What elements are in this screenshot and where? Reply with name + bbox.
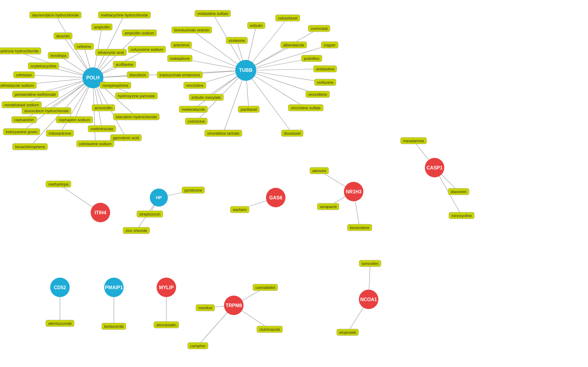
drug-label-podofilox: podofilox xyxy=(301,55,322,62)
drug-label-ixabepilone: ixabepilone xyxy=(167,55,192,62)
drug-label-methyldopa: methyldopa xyxy=(46,181,71,188)
drug-label-etoposide: etoposide xyxy=(337,329,359,336)
drug-label-mebendazole: mebendazole xyxy=(179,106,208,113)
drug-label-amoxicillin: amoxicillin xyxy=(92,104,115,111)
drug-label-zinc_chloride: zinc chloride xyxy=(123,227,150,234)
drug-label-verapamil: verapamil xyxy=(317,203,339,210)
drug-label-cannabidiol: cannabidiol xyxy=(253,284,278,291)
drug-label-albendazole: albendazole xyxy=(281,42,307,48)
drug-label-hexachlorophene: hexachlorophene xyxy=(12,143,48,150)
drug-label-vinflunine: vinflunine xyxy=(314,79,336,86)
drug-label-atorvastatin: atorvastatin xyxy=(153,321,179,328)
drug-label-vinorelbine: vinorelbine xyxy=(306,91,330,98)
drug-label-methotrexate: methotrexate xyxy=(88,125,116,132)
protein-node-cd52[interactable]: CD52 xyxy=(50,278,70,297)
drug-label-ethacrynic_acid: ethacrynic acid xyxy=(95,49,127,56)
drug-label-mitoxantrone: mitoxantrone xyxy=(46,130,74,137)
drug-label-bortezomib: bortezomib xyxy=(102,323,126,330)
drug-label-cefotetan: cefotetan xyxy=(13,72,35,78)
drug-label-idarubicin: idarubicin xyxy=(127,72,149,78)
drug-label-vincristine_sulfate: vincristine sulfate xyxy=(288,104,323,111)
drug-label-indocyanine_green: indocyanine green xyxy=(3,128,40,135)
drug-label-ampicillin_sodium: ampicillin sodium xyxy=(122,30,157,37)
drug-label-warfarin: warfarin xyxy=(230,206,249,213)
protein-node-gas6[interactable]: GAS6 xyxy=(266,188,286,207)
drug-label-clotrimazole: clotrimazole xyxy=(257,326,283,333)
drug-label-cefmetazole_sodium: cefmetazole sodium xyxy=(0,82,37,89)
drug-label-diacerein: diacerein xyxy=(448,188,469,195)
drug-label-paclitaxel: paclitaxel xyxy=(238,106,260,113)
protein-node-itih4[interactable]: ITIH4 xyxy=(91,203,110,222)
drug-label-cephalothin: cephalothin xyxy=(11,116,37,123)
drug-label-cefotaxime_sodium: cefotaxime sodium xyxy=(76,140,114,147)
drug-label-cephapirin_sodium: cephapirin sodium xyxy=(56,116,93,123)
drug-label-daunorubicin_hydrochloride: daunorubicin hydrochloride xyxy=(29,12,82,19)
drug-label-cefixime: cefixime xyxy=(74,43,94,50)
drug-label-streptozocin: streptozocin xyxy=(137,211,163,218)
protein-node-hp[interactable]: HP xyxy=(150,189,168,207)
drug-label-pyridoxine: pyridoxine xyxy=(182,187,205,194)
drug-label-norepinephrine: norepinephrine xyxy=(100,82,131,89)
drug-label-vincristine: vincristine xyxy=(183,82,206,89)
drug-label-mesalamine: mesalamine xyxy=(400,137,427,144)
drug-label-vinblastine_sulfate: vinblastine sulfate xyxy=(195,10,231,17)
drug-label-ampicillin: ampicillin xyxy=(91,24,112,31)
drug-label-camphor: camphor xyxy=(188,342,208,349)
drug-label-diosmin: diosmin xyxy=(54,33,73,40)
drug-label-colchicine: colchicine xyxy=(185,118,207,125)
drug-label-atenolol: atenolol xyxy=(310,167,329,174)
drug-label-idarubicin_hydrochloride: idarubicin hydrochloride xyxy=(113,113,159,120)
drug-label-methacycline_hydrochloride: methacycline hydrochloride xyxy=(98,12,151,19)
protein-node-mylip[interactable]: MYLIP xyxy=(157,278,176,297)
drug-label-alemtuzumab: alemtuzumab xyxy=(46,320,74,327)
drug-label-copper: copper xyxy=(321,42,338,48)
protein-node-tubb[interactable]: TUBB xyxy=(235,60,256,81)
drug-label-levodopa: levodopa xyxy=(48,52,69,59)
protein-node-nr1h3[interactable]: NR1H3 xyxy=(344,182,364,201)
drug-label-vorinostat: vorinostat xyxy=(308,25,330,32)
drug-label-acriflavine: acriflavine xyxy=(113,61,136,68)
drug-label-trastuzumab_emtansine: trastuzumab emtansine xyxy=(157,72,203,78)
drug-label-bexarotene: bexarotene xyxy=(347,224,372,231)
drug-label-doxorubicin_hydrochloride: doxorubicin hydrochloride xyxy=(22,107,71,114)
drug-label-pentamidine_isethionate: pentamidine isethionate xyxy=(12,91,58,98)
drug-label-menthol: menthol xyxy=(196,304,215,311)
drug-label-vinblastine: vinblastine xyxy=(313,66,337,72)
drug-label-artenimol: artenimol xyxy=(171,42,192,48)
drug-label-vinorelbine_tartrate: vinorelbine tartrate xyxy=(204,130,242,137)
drug-label-eribulin: eribulin xyxy=(247,22,265,29)
protein-node-ncoa1[interactable]: NCOA1 xyxy=(359,290,379,309)
protein-node-casp1[interactable]: CASP1 xyxy=(425,158,444,178)
drug-label-eribulin_mesylate: eribulin mesylate xyxy=(189,94,224,101)
drug-label-gamolenic_acid: gamolenic acid xyxy=(110,134,142,141)
drug-label-oxytetracycline: oxytetracycline xyxy=(28,63,59,69)
drug-label-cabazitaxel: cabazitaxel xyxy=(275,15,300,22)
drug-label-minocycline: minocycline xyxy=(449,212,474,219)
drug-label-vindesine: vindesine xyxy=(226,37,248,44)
drug-label-mitoxantrone_hydrochloride: mitoxantrone hydrochloride xyxy=(0,48,41,54)
protein-node-pmaip1[interactable]: PMAIP1 xyxy=(104,278,124,297)
drug-label-brentuximab_vedotin: brentuximab vedotin xyxy=(171,27,212,34)
protein-node-trpm8[interactable]: TRPM8 xyxy=(224,296,244,315)
drug-label-docetaxel: docetaxel xyxy=(281,130,303,137)
drug-label-cefuroxime_sodium: cefuroxime sodium xyxy=(128,46,166,53)
drug-label-tamoxifen: tamoxifen xyxy=(359,260,381,267)
drug-label-hydroxyzine_pamoate: hydroxyzine pamoate xyxy=(115,92,158,99)
